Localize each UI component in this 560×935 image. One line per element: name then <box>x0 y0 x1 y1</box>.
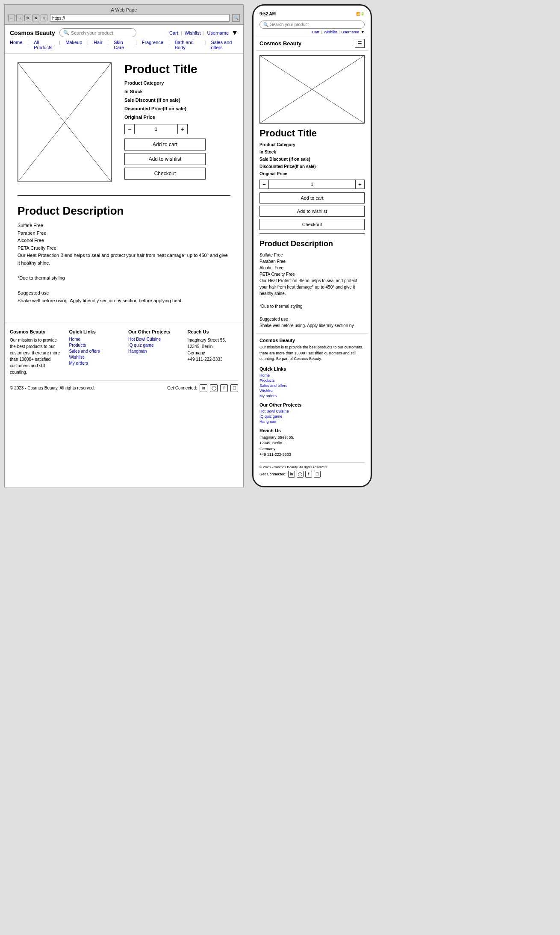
mobile-facebook-icon[interactable]: f <box>305 471 312 478</box>
home-btn[interactable]: ⌂ <box>41 15 47 21</box>
mobile-qty-decrease-btn[interactable]: − <box>259 180 269 189</box>
wishlist-link[interactable]: Wishlist <box>185 30 201 35</box>
nav-hair[interactable]: Hair <box>94 40 102 50</box>
search-bar[interactable]: 🔍 <box>59 28 136 37</box>
mobile-get-connected-label: Get Connected: <box>259 472 286 476</box>
cart-link[interactable]: Cart <box>169 30 178 35</box>
mobile-footer-iqquiz[interactable]: IQ quiz game <box>259 414 365 419</box>
linkedin-icon[interactable]: in <box>200 384 207 392</box>
mobile-footer-quicklinks-title: Quick Links <box>259 366 365 372</box>
nav-sales[interactable]: Sales and offers <box>211 40 238 50</box>
svg-rect-0 <box>18 63 111 182</box>
address-bar[interactable]: https:// <box>50 14 230 22</box>
checkout-button[interactable]: Checkout <box>124 168 206 180</box>
mobile-footer-reach: Reach Us Imaginary Street 55,12345, Berl… <box>259 428 365 458</box>
mobile-add-to-cart-button[interactable]: Add to cart <box>259 192 365 204</box>
mobile-product-title: Product Title <box>259 128 365 139</box>
mobile-github-icon[interactable]: ◯ <box>297 471 304 478</box>
browser-search-icon[interactable]: 🔍 <box>232 14 240 22</box>
mobile-footer-brand-text: Our mission is to provide the best produ… <box>259 345 365 362</box>
footer-quicklinks-col: Quick Links Home Products Sales and offe… <box>69 329 120 375</box>
nav-bath-body[interactable]: Bath and Body <box>175 40 200 50</box>
mobile-footer-hotbowl[interactable]: Hot Bowl Cuisine <box>259 409 365 413</box>
username-link[interactable]: Username <box>207 30 229 35</box>
mobile-footer-projects-title: Our Other Projects <box>259 402 365 407</box>
footer-link-hotbowl[interactable]: Hot Bowl Cuisine <box>128 337 179 342</box>
add-to-wishlist-button[interactable]: Add to wishlist <box>124 153 206 165</box>
svg-line-1 <box>18 63 111 182</box>
mobile-product-category: Product Category <box>259 142 365 147</box>
footer-address: Imaginary Street 55,12345, Berlin -Germa… <box>188 337 239 363</box>
product-description-title: Product Description <box>18 204 230 218</box>
mobile-description-title: Product Description <box>259 239 365 248</box>
mobile-footer-orders[interactable]: My orders <box>259 394 365 398</box>
search-icon: 🔍 <box>63 30 69 35</box>
nav-makeup[interactable]: Makeup <box>65 40 82 50</box>
nav-fragrence[interactable]: Fragrence <box>142 40 163 50</box>
mobile-search-input[interactable] <box>270 22 361 27</box>
footer-link-products[interactable]: Products <box>69 343 120 348</box>
phone-status-bar: 9:52 AM 📶🔋 <box>256 12 368 19</box>
nav-home[interactable]: Home <box>10 40 22 50</box>
mobile-page: Product Title Product Category In Stock … <box>256 51 368 333</box>
footer-projects-col: Our Other Projects Hot Bowl Cuisine IQ q… <box>128 329 179 375</box>
mobile-footer-home[interactable]: Home <box>259 373 365 378</box>
mobile-wishlist-link[interactable]: Wishlist <box>324 30 337 34</box>
mobile-search-bar[interactable]: 🔍 <box>259 21 365 29</box>
facebook-icon[interactable]: f <box>220 384 228 392</box>
qty-increase-btn[interactable]: + <box>177 124 188 134</box>
close-btn[interactable]: ✕ <box>32 15 39 21</box>
forward-btn[interactable]: → <box>16 15 23 21</box>
svg-line-2 <box>18 63 111 182</box>
mobile-header-search: 🔍 Cart | Wishlist | Username ▼ <box>256 19 368 36</box>
instagram-icon[interactable]: ☐ <box>230 384 238 392</box>
back-btn[interactable]: ← <box>8 15 15 21</box>
mobile-footer-sales[interactable]: Sales and offers <box>259 383 365 388</box>
nav-links: Home | All Products | Makeup | Hair | Sk… <box>10 40 238 50</box>
mobile-add-to-wishlist-button[interactable]: Add to wishlist <box>259 206 365 217</box>
mobile-dropdown-arrow[interactable]: ▼ <box>361 30 365 34</box>
product-description-section: Product Description Sulfate Free Paraben… <box>18 204 230 305</box>
footer-copyright: © 2023 - Cosmos Beauty. All rights reser… <box>10 386 95 390</box>
mobile-footer-hangman[interactable]: Hangman <box>259 419 365 424</box>
mobile-description-text: Sulfate Free Paraben Free Alcohol Free P… <box>259 252 365 329</box>
quantity-control: − + <box>124 124 230 134</box>
github-icon[interactable]: ◯ <box>210 384 218 392</box>
mobile-product-divider <box>259 233 365 234</box>
footer-link-orders[interactable]: My orders <box>69 361 120 366</box>
site-logo: Cosmos Beauty <box>10 29 55 36</box>
hamburger-menu-button[interactable]: ☰ <box>355 39 365 48</box>
mobile-site-logo: Cosmos Beauty <box>259 40 301 47</box>
mobile-linkedin-icon[interactable]: in <box>288 471 295 478</box>
footer-link-home[interactable]: Home <box>69 337 120 342</box>
phone-status-icons: 📶🔋 <box>356 12 365 16</box>
product-title: Product Title <box>124 62 230 76</box>
mobile-username-link[interactable]: Username <box>342 30 360 34</box>
refresh-btn[interactable]: ↻ <box>24 15 31 21</box>
mobile-qty-increase-btn[interactable]: + <box>355 180 365 189</box>
footer-link-wishlist[interactable]: Wishlist <box>69 355 120 360</box>
add-to-cart-button[interactable]: Add to cart <box>124 139 206 150</box>
footer-quicklinks-title: Quick Links <box>69 329 120 334</box>
product-discounted-price: Discounted Price(If on sale) <box>124 106 230 111</box>
footer-link-sales[interactable]: Sales and offers <box>69 349 120 354</box>
search-input[interactable] <box>71 30 133 35</box>
mobile-footer-brand: Cosmos Beauty Our mission is to provide … <box>259 338 365 362</box>
phone-screen: 🔍 Cart | Wishlist | Username ▼ Cosmos Be… <box>256 19 368 480</box>
mobile-footer-products[interactable]: Products <box>259 378 365 383</box>
mobile-cart-link[interactable]: Cart <box>312 30 319 34</box>
mobile-checkout-button[interactable]: Checkout <box>259 219 365 230</box>
header-links: Cart | Wishlist | Username ▼ <box>169 29 238 37</box>
dropdown-arrow[interactable]: ▼ <box>231 29 238 37</box>
mobile-instagram-icon[interactable]: ☐ <box>314 471 321 478</box>
mobile-footer-quicklinks: Quick Links Home Products Sales and offe… <box>259 366 365 398</box>
footer-link-iqquiz[interactable]: IQ quiz game <box>128 343 179 348</box>
footer-link-hangman[interactable]: Hangman <box>128 349 179 354</box>
qty-decrease-btn[interactable]: − <box>124 124 135 134</box>
mobile-phone: 9:52 AM 📶🔋 🔍 Cart | Wishlist | Username … <box>252 4 372 487</box>
mobile-qty-input[interactable] <box>269 180 355 189</box>
mobile-footer-wishlist[interactable]: Wishlist <box>259 389 365 393</box>
qty-input[interactable] <box>135 124 177 134</box>
nav-all-products[interactable]: All Products <box>34 40 54 50</box>
nav-skin-care[interactable]: Skin Care <box>114 40 130 50</box>
